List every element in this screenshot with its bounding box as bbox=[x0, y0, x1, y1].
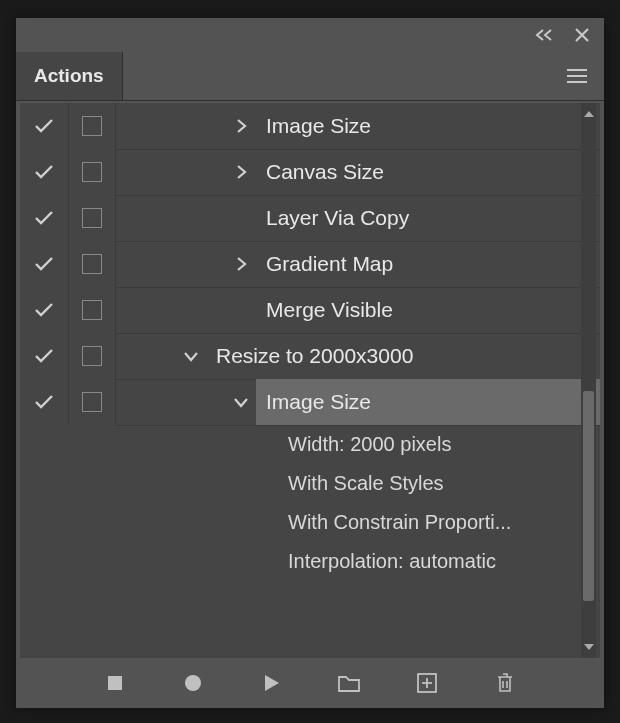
chevron-down-icon[interactable] bbox=[176, 350, 206, 362]
action-label: Gradient Map bbox=[256, 241, 600, 288]
action-detail: Width: 2000 pixels bbox=[20, 425, 600, 464]
action-detail: With Scale Styles bbox=[20, 464, 600, 503]
svg-point-4 bbox=[185, 675, 201, 691]
record-button[interactable] bbox=[179, 669, 207, 697]
tab-actions[interactable]: Actions bbox=[16, 52, 123, 100]
toggle-enabled-checkbox[interactable] bbox=[20, 379, 69, 425]
panel-footer bbox=[16, 658, 604, 708]
chevron-down-icon[interactable] bbox=[226, 396, 256, 408]
action-step-row[interactable]: Merge Visible bbox=[20, 287, 600, 333]
stop-button[interactable] bbox=[101, 669, 129, 697]
action-label: Merge Visible bbox=[256, 287, 600, 334]
create-set-button[interactable] bbox=[335, 669, 363, 697]
action-label: Canvas Size bbox=[256, 149, 600, 196]
scroll-down-icon[interactable] bbox=[581, 636, 596, 658]
action-step-row[interactable]: Layer Via Copy bbox=[20, 195, 600, 241]
action-step-row[interactable]: Image Size bbox=[20, 103, 600, 149]
toggle-dialog-checkbox[interactable] bbox=[69, 287, 116, 333]
chevron-right-icon[interactable] bbox=[226, 164, 256, 180]
actions-list[interactable]: Image SizeCanvas SizeLayer Via CopyGradi… bbox=[20, 103, 600, 658]
toggle-enabled-checkbox[interactable] bbox=[20, 149, 69, 195]
create-action-button[interactable] bbox=[413, 669, 441, 697]
delete-button[interactable] bbox=[491, 669, 519, 697]
chevron-right-icon[interactable] bbox=[226, 256, 256, 272]
action-label: Resize to 2000x3000 bbox=[206, 333, 600, 380]
toggle-dialog-checkbox[interactable] bbox=[69, 241, 116, 287]
action-detail: Interpolation: automatic bbox=[20, 542, 600, 581]
play-button[interactable] bbox=[257, 669, 285, 697]
action-label: Image Size bbox=[256, 103, 600, 150]
close-icon[interactable] bbox=[574, 27, 590, 43]
toggle-dialog-checkbox[interactable] bbox=[69, 149, 116, 195]
toggle-enabled-checkbox[interactable] bbox=[20, 103, 69, 149]
toggle-dialog-checkbox[interactable] bbox=[69, 195, 116, 241]
scroll-thumb[interactable] bbox=[583, 391, 594, 601]
actions-panel: Actions Image SizeCanvas SizeLayer Via C… bbox=[16, 18, 604, 708]
panel-titlebar bbox=[16, 18, 604, 52]
scrollbar[interactable] bbox=[581, 103, 596, 658]
action-set-row[interactable]: Resize to 2000x3000 bbox=[20, 333, 600, 379]
svg-rect-3 bbox=[108, 676, 122, 690]
scroll-up-icon[interactable] bbox=[581, 103, 596, 125]
action-step-row[interactable]: Gradient Map bbox=[20, 241, 600, 287]
action-detail: With Constrain Proporti... bbox=[20, 503, 600, 542]
toggle-enabled-checkbox[interactable] bbox=[20, 333, 69, 379]
toggle-enabled-checkbox[interactable] bbox=[20, 287, 69, 333]
collapse-icon[interactable] bbox=[534, 28, 556, 42]
toggle-dialog-checkbox[interactable] bbox=[69, 103, 116, 149]
chevron-right-icon[interactable] bbox=[226, 118, 256, 134]
action-step-row[interactable]: Image Size bbox=[20, 379, 600, 425]
panel-tabbar: Actions bbox=[16, 52, 604, 101]
action-step-row[interactable]: Canvas Size bbox=[20, 149, 600, 195]
toggle-dialog-checkbox[interactable] bbox=[69, 379, 116, 425]
action-label: Image Size bbox=[256, 379, 600, 426]
toggle-enabled-checkbox[interactable] bbox=[20, 195, 69, 241]
toggle-dialog-checkbox[interactable] bbox=[69, 333, 116, 379]
panel-menu-icon[interactable] bbox=[566, 52, 604, 100]
toggle-enabled-checkbox[interactable] bbox=[20, 241, 69, 287]
action-label: Layer Via Copy bbox=[256, 195, 600, 242]
